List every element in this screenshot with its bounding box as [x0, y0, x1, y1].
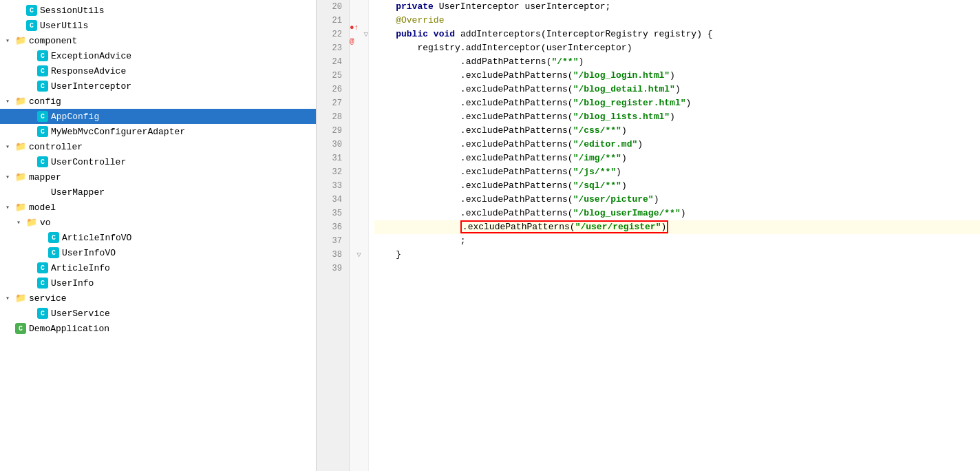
code-line-24: .addPathPatterns("/**")	[374, 55, 980, 69]
class-icon-usermapper: 🗂	[37, 187, 48, 198]
class-icon-userutils: C	[26, 20, 37, 31]
line-num-22: 22	[317, 28, 345, 41]
tree-label-sessionutils: SessionUtils	[40, 6, 105, 16]
folder-icon-model: 📁	[15, 202, 26, 213]
tree-item-mywebmvcconfigureadapter[interactable]: CMyWebMvcConfigurerAdapter	[0, 124, 316, 139]
tree-item-userinfovo[interactable]: CUserInfoVO	[0, 245, 316, 260]
tree-label-usercontroller: UserController	[51, 157, 126, 167]
class-icon-mywebmvcconfigureadapter: C	[37, 126, 48, 137]
tree-item-component[interactable]: ▾📁component	[0, 33, 316, 48]
tree-item-responseadvice[interactable]: CResponseAdvice	[0, 63, 316, 78]
tree-arrow-vo[interactable]: ▾	[17, 218, 26, 227]
tree-label-articleinfo: ArticleInfo	[51, 263, 110, 273]
code-line-22: public void addInterceptors(InterceptorR…	[374, 28, 980, 41]
gutter-cell-30	[350, 138, 368, 151]
tree-item-usermapper[interactable]: 🗂UserMapper	[0, 185, 316, 200]
gutter-cell-39	[350, 262, 368, 275]
line-num-33: 33	[317, 179, 345, 193]
tree-arrow-service[interactable]: ▾	[6, 294, 15, 302]
tree-label-userutils: UserUtils	[40, 21, 88, 31]
line-num-37: 37	[317, 234, 345, 248]
breakpoint-icon[interactable]: ●↑ @	[350, 21, 363, 48]
code-line-21: @Override	[374, 14, 980, 28]
tree-item-vo[interactable]: ▾📁vo	[0, 215, 316, 230]
line-num-28: 28	[317, 110, 345, 124]
tree-item-model[interactable]: ▾📁model	[0, 200, 316, 215]
class-icon-appconfig: C	[37, 111, 48, 122]
tree-item-service[interactable]: ▾📁service	[0, 291, 316, 306]
class-icon-demoapplication: C	[15, 323, 26, 334]
tree-label-responseadvice: ResponseAdvice	[51, 66, 126, 76]
folder-icon-config: 📁	[15, 96, 26, 107]
code-editor: 2021222324252627282930313233343536373839…	[317, 0, 980, 471]
tree-label-model: model	[29, 202, 56, 213]
tree-label-userinfo: UserInfo	[51, 278, 94, 289]
tree-item-articleinfovo[interactable]: CArticleInfoVO	[0, 230, 316, 245]
code-line-30: .excludePathPatterns("/editor.md")	[374, 138, 980, 151]
tree-label-userinfovo: UserInfoVO	[62, 248, 116, 258]
tree-item-userinterceptor[interactable]: CUserInterceptor	[0, 78, 316, 94]
folder-icon-component: 📁	[15, 35, 26, 46]
line-num-36: 36	[317, 220, 345, 234]
gutter-cell-31	[350, 151, 368, 165]
line-num-25: 25	[317, 69, 345, 83]
tree-item-exceptionadvice[interactable]: CExceptionAdvice	[0, 48, 316, 63]
gutter-cell-29	[350, 124, 368, 138]
tree-label-exceptionadvice: ExceptionAdvice	[51, 51, 131, 61]
tree-label-userservice: UserService	[51, 308, 110, 319]
fold-icon[interactable]: ▽	[356, 248, 361, 262]
tree-item-userutils[interactable]: CUserUtils	[0, 18, 316, 33]
tree-item-demoapplication[interactable]: CDemoApplication	[0, 321, 316, 336]
tree-label-controller: controller	[29, 142, 83, 152]
tree-item-articleinfo[interactable]: CArticleInfo	[0, 260, 316, 275]
tree-item-controller[interactable]: ▾📁controller	[0, 139, 316, 154]
line-numbers: 2021222324252627282930313233343536373839	[317, 0, 350, 471]
tree-label-config: config	[29, 96, 61, 107]
code-line-28: .excludePathPatterns("/blog_lists.html")	[374, 110, 980, 124]
code-line-37: ;	[374, 234, 980, 248]
line-num-32: 32	[317, 165, 345, 179]
gutter-cell-33	[350, 179, 368, 193]
line-num-30: 30	[317, 138, 345, 151]
folder-icon-mapper: 📁	[15, 171, 26, 182]
tree-arrow-mapper[interactable]: ▾	[6, 173, 15, 181]
code-line-33: .excludePathPatterns("/sql/**")	[374, 179, 980, 193]
folder-icon-vo: 📁	[26, 217, 37, 228]
file-tree[interactable]: CSessionUtilsCUserUtils▾📁componentCExcep…	[0, 0, 317, 471]
code-line-25: .excludePathPatterns("/blog_login.html")	[374, 69, 980, 83]
tree-item-mapper[interactable]: ▾📁mapper	[0, 169, 316, 185]
tree-item-sessionutils[interactable]: CSessionUtils	[0, 3, 316, 18]
tree-item-appconfig[interactable]: CAppConfig	[0, 109, 316, 124]
tree-arrow-config[interactable]: ▾	[6, 97, 15, 105]
tree-item-usercontroller[interactable]: CUserController	[0, 154, 316, 169]
code-content: 2021222324252627282930313233343536373839…	[317, 0, 980, 471]
tree-label-demoapplication: DemoApplication	[29, 324, 109, 334]
folder-icon-controller: 📁	[15, 141, 26, 152]
tree-arrow-component[interactable]: ▾	[6, 36, 15, 45]
tree-item-userinfo[interactable]: CUserInfo	[0, 275, 316, 291]
line-num-31: 31	[317, 151, 345, 165]
tree-item-config[interactable]: ▾📁config	[0, 94, 316, 109]
code-line-36: .excludePathPatterns("/user/register")	[374, 220, 980, 234]
tree-label-service: service	[29, 293, 67, 304]
code-line-27: .excludePathPatterns("/blog_register.htm…	[374, 96, 980, 110]
code-line-38: }	[374, 248, 980, 262]
tree-item-userservice[interactable]: CUserService	[0, 306, 316, 321]
gutter-cell-32	[350, 165, 368, 179]
line-num-23: 23	[317, 41, 345, 55]
tree-arrow-controller[interactable]: ▾	[6, 143, 15, 151]
gutter-cell-34	[350, 193, 368, 207]
tree-label-articleinfovo: ArticleInfoVO	[62, 233, 131, 243]
folder-icon-service: 📁	[15, 293, 26, 304]
gutter-cell-26	[350, 83, 368, 96]
line-num-24: 24	[317, 55, 345, 69]
code-line-26: .excludePathPatterns("/blog_detail.html"…	[374, 83, 980, 96]
class-icon-articleinfo: C	[37, 262, 48, 273]
gutter-cell-22: ●↑ @▽	[350, 28, 368, 41]
tree-arrow-model[interactable]: ▾	[6, 203, 15, 211]
gutter-cell-27	[350, 96, 368, 110]
line-num-39: 39	[317, 262, 345, 275]
code-line-34: .excludePathPatterns("/user/picture")	[374, 193, 980, 207]
class-icon-usercontroller: C	[37, 156, 48, 167]
code-line-39	[374, 262, 980, 275]
